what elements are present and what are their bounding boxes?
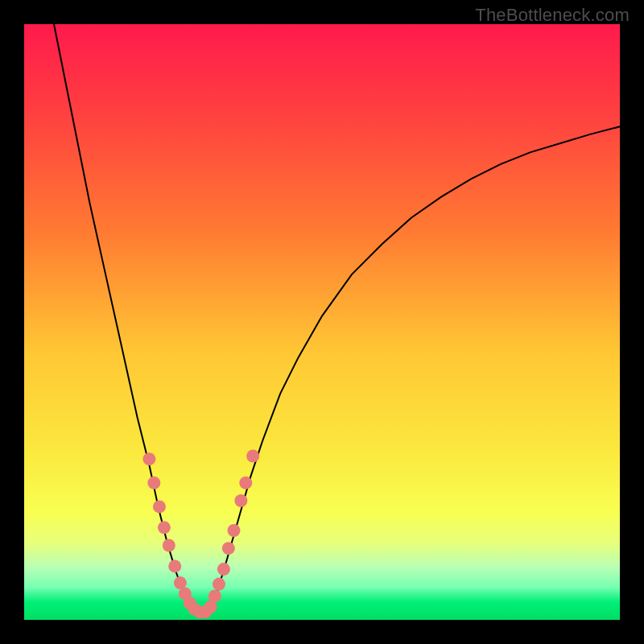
chart-container: { "attribution": "TheBottleneck.com", "c… xyxy=(0,0,644,644)
marker-13 xyxy=(208,589,221,602)
marker-16 xyxy=(222,542,235,555)
plot-area xyxy=(24,24,620,620)
data-markers xyxy=(142,450,259,619)
series-left-curve xyxy=(54,24,191,611)
marker-0 xyxy=(142,452,155,465)
marker-3 xyxy=(158,521,171,534)
chart-svg xyxy=(24,24,620,620)
marker-20 xyxy=(246,450,259,463)
marker-4 xyxy=(163,539,175,552)
series-right-curve xyxy=(208,126,620,611)
curve-lines xyxy=(54,24,620,613)
marker-17 xyxy=(227,524,240,537)
marker-2 xyxy=(153,500,166,513)
marker-15 xyxy=(217,563,230,576)
attribution-text: TheBottleneck.com xyxy=(475,5,630,26)
marker-1 xyxy=(147,477,160,489)
marker-18 xyxy=(234,494,247,507)
marker-14 xyxy=(213,578,225,591)
marker-19 xyxy=(239,477,252,489)
marker-5 xyxy=(168,559,181,572)
